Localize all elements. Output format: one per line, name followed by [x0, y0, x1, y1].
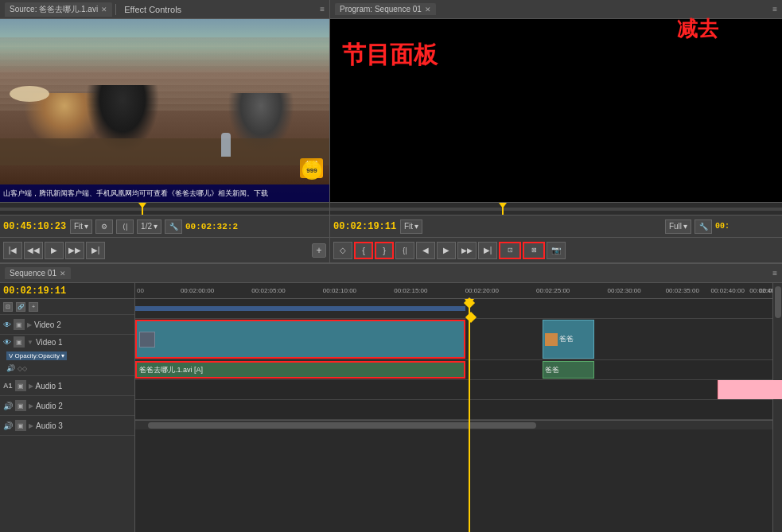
- header-divider: [115, 4, 116, 15]
- program-lift-btn[interactable]: ⊡: [499, 242, 521, 259]
- timeline-timecode: 00:02:19:11: [3, 285, 66, 297]
- source-panel-menu[interactable]: ≡: [320, 5, 325, 14]
- audio1-second-clip[interactable]: 爸爸: [543, 361, 594, 379]
- source-tool-btn[interactable]: 🔧: [165, 219, 182, 234]
- timeline-timecode-area: 00:02:19:11: [0, 283, 134, 299]
- audio1-clip-label: 爸爸去哪儿.1.avi [A]: [139, 365, 203, 375]
- annotation-minus: 减去: [677, 15, 718, 43]
- video2-eye[interactable]: 👁: [3, 320, 11, 329]
- program-tab[interactable]: Program: Sequence 01 ✕: [335, 3, 436, 15]
- source-tab-close[interactable]: ✕: [101, 6, 107, 14]
- snap-toggle[interactable]: ⊡: [3, 302, 13, 312]
- track-row-audio1: 爸爸去哪儿.1.avi [A] 爸爸: [135, 360, 782, 380]
- video2-bar: [135, 306, 465, 311]
- program-next-frame[interactable]: ▶▶: [457, 242, 477, 259]
- video1-clip-label: 爸爸: [559, 334, 574, 344]
- source-tab[interactable]: Source: 爸爸去哪儿.1.avi ✕: [5, 2, 112, 17]
- source-marker-btn[interactable]: ⟨|: [116, 219, 134, 234]
- effect-controls-tab[interactable]: Effect Controls: [119, 5, 186, 14]
- source-step-back-far[interactable]: |◀: [3, 242, 22, 259]
- program-tab-label: Program: Sequence 01: [340, 5, 422, 14]
- program-transport-bar: 00:02:19:11 Fit ▾ Full ▾ 🔧 00: 减去: [330, 215, 782, 237]
- audio1-main-clip[interactable]: 爸爸去哪儿.1.avi [A]: [135, 361, 465, 379]
- track-label-video2: 👁 ▣ ▶ Video 2: [0, 315, 134, 335]
- video1-eye[interactable]: 👁: [3, 338, 11, 347]
- ruler-start: 00: [137, 287, 144, 294]
- v-scrollbar-thumb[interactable]: [775, 286, 781, 318]
- source-step-fwd-far[interactable]: ▶|: [86, 242, 105, 259]
- track-labels: 00:02:19:11 ⊡ 🔗 + 👁 ▣ ▶ Video 2 👁 ▣ ▼: [0, 283, 135, 532]
- video2-name: Video 2: [34, 320, 131, 329]
- video1-main-clip[interactable]: [135, 320, 465, 359]
- source-add-btn[interactable]: +: [312, 243, 326, 258]
- audio-icon: 🔊: [6, 364, 15, 372]
- source-timecode: 00:45:10:23: [3, 221, 67, 232]
- v-icon: ◇◇: [18, 365, 27, 372]
- link-toggle[interactable]: 🔗: [16, 302, 25, 312]
- vertical-scrollbar[interactable]: [772, 283, 782, 532]
- program-camera-btn[interactable]: 📷: [547, 242, 566, 259]
- ticker-bar: 山客户端，腾讯新闻客户端、手机风凰网均可可查看《爸爸去哪儿》相关新闻。下载: [0, 184, 329, 202]
- source-transport-bar: 00:45:10:23 Fit ▾ ⚙ ⟨| 1/2 ▾ 🔧 00:02:32:…: [0, 215, 329, 237]
- annotation-title: 节目面板: [342, 39, 438, 72]
- track-row-audio3: [135, 400, 782, 420]
- top-panels: Source: 爸爸去哪儿.1.avi ✕ Effect Controls ≡: [0, 0, 782, 262]
- source-ratio-dropdown[interactable]: 1/2 ▾: [137, 219, 161, 234]
- program-playback-controls: ◇ { } {| ◀ ▶ ▶▶ ▶| ⊡ ⊠ 📷: [330, 237, 782, 262]
- program-full-dropdown[interactable]: Full ▾: [665, 219, 691, 234]
- program-scrubber[interactable]: [330, 202, 782, 215]
- audio1-lock[interactable]: ▣: [15, 380, 26, 391]
- program-prev-frame[interactable]: ◀: [416, 242, 435, 259]
- sequence-tab[interactable]: Sequence 01 ✕: [5, 267, 71, 279]
- source-step-back[interactable]: ◀◀: [24, 242, 43, 259]
- program-tab-close[interactable]: ✕: [425, 6, 431, 14]
- program-panel-menu[interactable]: ≡: [772, 5, 777, 14]
- ruler-mark-7: 00:02:35:00: [666, 287, 699, 294]
- source-video-container: 爸爸哪儿! 999 山客户端，腾讯新闻客户端、手机风凰网均可可查看《爸爸去哪儿》…: [0, 19, 329, 262]
- audio2-lock[interactable]: ▣: [15, 400, 26, 411]
- program-play-btn[interactable]: ▶: [437, 242, 456, 259]
- video1-name: Video 1: [36, 338, 131, 347]
- track-row-video2: [135, 299, 782, 319]
- a1-label: A1: [3, 382, 13, 390]
- source-scrubber[interactable]: [0, 202, 329, 215]
- program-in-btn[interactable]: ◇: [333, 242, 352, 259]
- timeline-body: 00:02:19:11 ⊡ 🔗 + 👁 ▣ ▶ Video 2 👁 ▣ ▼: [0, 283, 782, 532]
- source-play-btn[interactable]: ▶: [45, 242, 64, 259]
- video1-lock[interactable]: ▣: [14, 336, 25, 348]
- source-panel: Source: 爸爸去哪儿.1.avi ✕ Effect Controls ≡: [0, 0, 330, 262]
- source-playhead-arrow: [138, 203, 146, 208]
- program-playhead-arrow: [499, 203, 507, 208]
- audio2-speaker[interactable]: 🔊: [3, 402, 13, 410]
- track-content-area: 00 00:02:00:00 00:02:05:00 00:02:10:00 0…: [135, 283, 782, 532]
- program-fit-dropdown[interactable]: Fit ▾: [400, 219, 422, 234]
- audio3-lock[interactable]: ▣: [15, 420, 26, 431]
- sequence-tab-close[interactable]: ✕: [60, 270, 66, 278]
- program-video-area: 节目面板: [330, 19, 782, 202]
- program-mark-out[interactable]: }: [375, 242, 394, 259]
- source-step-fwd[interactable]: ▶▶: [65, 242, 84, 259]
- track-label-audio2: 🔊 ▣ ▶ Audio 2: [0, 396, 134, 416]
- program-go-out[interactable]: ▶|: [478, 242, 497, 259]
- audio2-name: Audio 2: [36, 402, 131, 410]
- time-ruler: 00 00:02:00:00 00:02:05:00 00:02:10:00 0…: [135, 283, 782, 299]
- scrollbar-thumb[interactable]: [148, 422, 536, 429]
- timeline-scrollbar[interactable]: [135, 420, 782, 429]
- add-track-btn[interactable]: +: [29, 302, 38, 312]
- source-fit-dropdown[interactable]: Fit ▾: [70, 219, 92, 234]
- audio3-speaker[interactable]: 🔊: [3, 421, 13, 430]
- source-video-area: 爸爸哪儿! 999 山客户端，腾讯新闻客户端、手机风凰网均可可查看《爸爸去哪儿》…: [0, 19, 329, 202]
- program-go-in[interactable]: {|: [395, 242, 414, 259]
- program-extract-btn[interactable]: ⊠: [523, 242, 545, 259]
- timeline-section: Sequence 01 ✕ ≡ 00:02:19:11 ⊡ 🔗 + 👁 ▣ ▶ …: [0, 262, 782, 532]
- logo-overlay: 999: [302, 161, 321, 180]
- program-mark-in[interactable]: {: [354, 242, 373, 259]
- ruler-mark-1: 00:02:05:00: [251, 287, 285, 294]
- program-settings-btn[interactable]: 🔧: [694, 219, 712, 234]
- ruler-mark-3: 00:02:15:00: [394, 287, 427, 294]
- source-settings-btn[interactable]: ⚙: [95, 219, 113, 234]
- video2-lock[interactable]: ▣: [14, 319, 25, 330]
- ruler-mark-6: 00:02:30:00: [607, 287, 640, 294]
- video1-second-clip[interactable]: 爸爸: [543, 320, 594, 359]
- timeline-menu[interactable]: ≡: [772, 269, 777, 278]
